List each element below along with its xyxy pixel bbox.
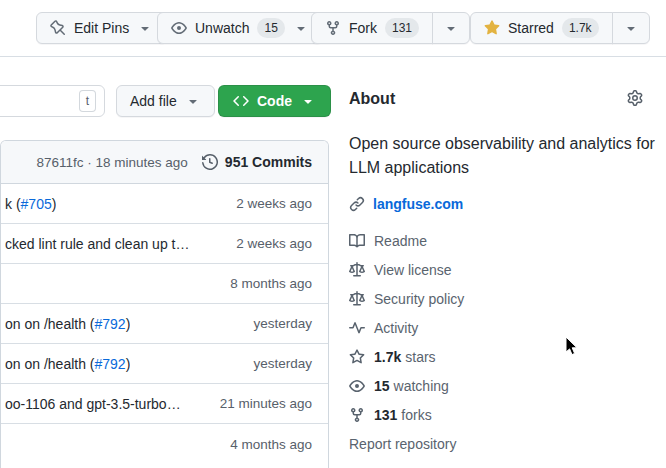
commit-date[interactable]: 21 minutes ago (212, 396, 312, 411)
fork-count-badge: 131 (385, 18, 419, 38)
fork-button-group: Fork 131 (311, 12, 470, 44)
repo-settings-button[interactable] (627, 90, 643, 106)
commits-count-label: 951 Commits (225, 154, 312, 170)
file-row[interactable]: on on /health (#792) yesterday (1, 304, 328, 344)
pulse-icon (349, 320, 365, 336)
add-file-label: Add file (130, 93, 177, 109)
stars-count: 1.7k (374, 349, 401, 365)
forks-link[interactable]: 131forks (349, 400, 666, 429)
watch-count-badge: 15 (257, 18, 284, 38)
commit-date[interactable]: 2 weeks ago (228, 236, 312, 251)
forks-label: forks (401, 407, 431, 423)
eye-icon (349, 378, 365, 394)
starred-label: Starred (508, 20, 554, 36)
view-license-label: View license (374, 262, 452, 278)
commit-message[interactable]: on on /health (#792) (5, 316, 130, 332)
commit-date[interactable]: 4 months ago (222, 437, 312, 452)
file-row[interactable]: oo-1106 and gpt-3.5-turbo… 21 minutes ag… (1, 384, 328, 424)
pin-icon (50, 20, 66, 36)
latest-commit-bar: 87611fc · 18 minutes ago 951 Commits (1, 141, 328, 184)
code-label: Code (257, 93, 292, 109)
file-row[interactable]: on on /health (#792) yesterday (1, 344, 328, 384)
forks-count: 131 (374, 407, 397, 423)
activity-link[interactable]: Activity (349, 313, 666, 342)
eye-icon (171, 20, 187, 36)
shortcut-key-hint: t (79, 90, 96, 112)
commit-history-link[interactable]: 951 Commits (202, 154, 312, 170)
view-license-link[interactable]: View license (349, 255, 666, 284)
chevron-down-icon (443, 20, 459, 36)
chevron-down-icon (185, 93, 201, 109)
edit-pins-label: Edit Pins (74, 20, 129, 36)
file-row[interactable]: cked lint rule and clean up t… 2 weeks a… (1, 224, 328, 264)
about-section: About Open source observability and anal… (349, 90, 666, 458)
law-icon (349, 262, 365, 278)
website-link[interactable]: langfuse.com (349, 196, 666, 212)
latest-commit-link[interactable]: 87611fc · 18 minutes ago (36, 155, 187, 170)
chevron-down-icon (300, 93, 316, 109)
stars-link[interactable]: 1.7kstars (349, 342, 666, 371)
about-links: Readme View license Security policy Acti… (349, 226, 666, 458)
pr-link[interactable]: #792 (95, 316, 126, 332)
commit-message[interactable]: k (#705) (5, 196, 56, 212)
pr-link[interactable]: #705 (21, 196, 52, 212)
watching-link[interactable]: 15watching (349, 371, 666, 400)
code-icon (233, 93, 249, 109)
fork-label: Fork (349, 20, 377, 36)
history-icon (202, 154, 218, 170)
watching-count: 15 (374, 378, 390, 394)
fork-dropdown-button[interactable] (432, 12, 470, 44)
starred-button[interactable]: Starred 1.7k (470, 12, 613, 44)
file-row[interactable]: k (#705) 2 weeks ago (1, 184, 328, 224)
link-icon (349, 196, 365, 212)
activity-label: Activity (374, 320, 418, 336)
commit-date[interactable]: 2 weeks ago (228, 196, 312, 211)
commit-date[interactable]: yesterday (245, 316, 312, 331)
commit-date[interactable]: 8 months ago (222, 276, 312, 291)
edit-pins-button[interactable]: Edit Pins (36, 12, 167, 44)
go-to-file-input[interactable]: t (0, 85, 105, 117)
about-title: About (349, 90, 666, 108)
star-dropdown-button[interactable] (612, 12, 650, 44)
add-file-button[interactable]: Add file (116, 85, 215, 117)
security-policy-label: Security policy (374, 291, 464, 307)
watching-label: watching (394, 378, 449, 394)
file-row[interactable]: 4 months ago (1, 424, 328, 464)
security-policy-link[interactable]: Security policy (349, 284, 666, 313)
fork-button[interactable]: Fork 131 (311, 12, 433, 44)
repo-action-bar: Edit Pins Unwatch 15 Fork 131 Starred 1.… (0, 0, 666, 57)
commit-date[interactable]: yesterday (245, 356, 312, 371)
star-button-group: Starred 1.7k (470, 12, 650, 44)
gear-icon (627, 90, 643, 106)
pr-link[interactable]: #792 (95, 356, 126, 372)
repo-fork-icon (325, 20, 341, 36)
chevron-down-icon (137, 20, 153, 36)
commit-message[interactable]: on on /health (#792) (5, 356, 130, 372)
unwatch-button[interactable]: Unwatch 15 (157, 12, 323, 44)
website-url[interactable]: langfuse.com (373, 196, 463, 212)
stars-label: stars (405, 349, 435, 365)
chevron-down-icon (293, 20, 309, 36)
code-button[interactable]: Code (218, 85, 331, 117)
report-repository-link[interactable]: Report repository (349, 429, 666, 458)
commit-message[interactable]: oo-1106 and gpt-3.5-turbo… (5, 396, 181, 412)
readme-label: Readme (374, 233, 427, 249)
repo-fork-icon (349, 407, 365, 423)
star-icon (349, 349, 365, 365)
file-table: 87611fc · 18 minutes ago 951 Commits k (… (0, 140, 329, 468)
book-icon (349, 233, 365, 249)
chevron-down-icon (623, 20, 639, 36)
star-filled-icon (484, 20, 500, 36)
repo-description: Open source observability and analytics … (349, 132, 666, 180)
law-icon (349, 291, 365, 307)
commit-message[interactable]: cked lint rule and clean up t… (5, 236, 189, 252)
readme-link[interactable]: Readme (349, 226, 666, 255)
unwatch-label: Unwatch (195, 20, 249, 36)
star-count-badge: 1.7k (562, 18, 599, 38)
file-row[interactable]: 8 months ago (1, 264, 328, 304)
